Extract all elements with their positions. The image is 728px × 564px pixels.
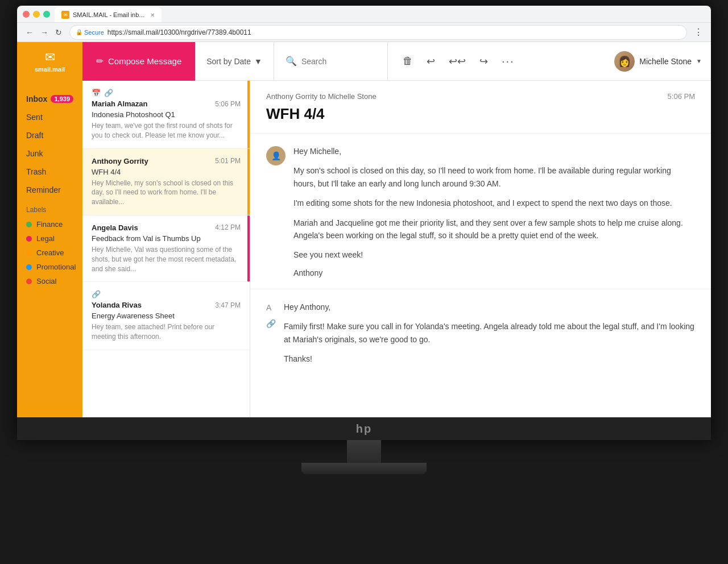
search-input[interactable] — [301, 57, 376, 66]
avatar: 👩 — [614, 51, 635, 72]
reply-button[interactable]: ↩ — [421, 51, 441, 72]
toolbar-actions: 🗑 ↩ ↩↩ ↪ ··· — [388, 42, 605, 81]
email-meta-row: Anthony Gorrity to Michelle Stone 5:06 P… — [266, 92, 695, 101]
email-list: 📅 🔗 Mariah Almazan 5:06 PM Indonesia Pho… — [82, 81, 250, 417]
email-4-header: Yolanda Rivas 3:47 PM — [92, 301, 241, 309]
label-legal[interactable]: Legal — [17, 231, 82, 246]
compose-label: Compose Message — [108, 56, 181, 66]
sort-label: Sort by Date — [206, 57, 251, 66]
email-2-subject: WFH 4/4 — [92, 168, 241, 176]
email-1-header: Mariah Almazan 5:06 PM — [92, 99, 241, 108]
reply-all-button[interactable]: ↩↩ — [443, 51, 471, 72]
email-1-sender: Mariah Almazan — [92, 99, 148, 108]
window-controls — [23, 11, 50, 18]
sidebar-item-reminder[interactable]: Reminder — [17, 181, 82, 199]
promotional-dot — [26, 264, 32, 270]
email-2-header: Anthony Gorrity 5:01 PM — [92, 157, 241, 165]
email-detail-time: 5:06 PM — [668, 92, 695, 101]
email-3-time: 4:12 PM — [215, 223, 241, 231]
email-body-content-1: Hey Michelle, My son's school is closed … — [293, 145, 695, 277]
inbox-badge: 1,939 — [51, 95, 73, 103]
refresh-btn[interactable]: ↻ — [52, 26, 65, 39]
label-social[interactable]: Social — [17, 274, 82, 288]
search-icon: 🔍 — [286, 56, 297, 67]
creative-label: Creative — [36, 248, 64, 257]
social-dot — [26, 279, 32, 284]
tab-bar: ✉ SMAIL.MAIL - Email inb... ✕ — [55, 6, 705, 22]
trash-label: Trash — [26, 167, 46, 176]
link-icon-4: 🔗 — [92, 290, 101, 298]
body-signature: Anthony — [293, 268, 695, 277]
address-bar[interactable]: 🔒 Secure https://smail.mail/10300/nrgdri… — [69, 25, 687, 40]
maximize-window-btn[interactable] — [43, 11, 50, 18]
reply-para-0: Hey Anthony, — [284, 301, 695, 313]
nav-buttons: ← → ↻ — [23, 26, 65, 39]
brand-icon: ✉ — [45, 50, 55, 65]
body-para-4: See you next week! — [293, 248, 695, 261]
promotional-label: Promotional — [36, 263, 76, 271]
avatar-image: 👩 — [614, 51, 635, 72]
browser-chrome: ✉ SMAIL.MAIL - Email inb... ✕ — [17, 6, 711, 23]
back-btn[interactable]: ← — [23, 26, 36, 39]
email-detail: Anthony Gorrity to Michelle Stone 5:06 P… — [250, 81, 711, 417]
email-detail-header: Anthony Gorrity to Michelle Stone 5:06 P… — [250, 81, 711, 134]
forward-email-button[interactable]: ↪ — [474, 51, 494, 72]
reply-icon-a[interactable]: A — [266, 303, 276, 312]
email-3-preview: Hey Michelle, Val was questioning some o… — [92, 245, 241, 273]
address-bar-row: ← → ↻ 🔒 Secure https://smail.mail/10300/… — [17, 23, 711, 42]
user-name: Michelle Stone — [639, 57, 692, 66]
compose-button[interactable]: ✏ Compose Message — [82, 42, 195, 81]
email-3-header: Angela Davis 4:12 PM — [92, 223, 241, 232]
draft-label: Draft — [26, 131, 43, 140]
search-bar: 🔍 — [274, 42, 388, 81]
email-3-subject: Feedback from Val is Thumbs Up — [92, 234, 241, 243]
email-2-priority-bar — [247, 149, 250, 215]
delete-button[interactable]: 🗑 — [397, 51, 419, 72]
brand-area: ✉ smail.mail — [17, 42, 82, 81]
brand-name: smail.mail — [35, 66, 65, 73]
finance-dot — [26, 222, 32, 227]
sidebar-item-sent[interactable]: Sent — [17, 108, 82, 126]
sidebar-item-draft[interactable]: Draft — [17, 126, 82, 144]
body-para-2: I'm editing some shots for the new Indon… — [293, 197, 695, 209]
email-item-4[interactable]: 🔗 Yolanda Rivas 3:47 PM Energy Awareness… — [82, 282, 250, 350]
sidebar-item-junk[interactable]: Junk — [17, 144, 82, 163]
browser-menu-btn[interactable]: ⋮ — [692, 24, 705, 40]
email-3-sender: Angela Davis — [92, 223, 138, 232]
label-creative[interactable]: Creative — [17, 246, 82, 260]
user-area[interactable]: 👩 Michelle Stone ▼ — [605, 51, 711, 72]
reply-link-icon[interactable]: 🔗 — [266, 319, 276, 328]
email-item-2[interactable]: Anthony Gorrity 5:01 PM WFH 4/4 Hey Mich… — [82, 149, 250, 215]
secure-label: Secure — [84, 29, 104, 36]
email-item-1[interactable]: 📅 🔗 Mariah Almazan 5:06 PM Indonesia Pho… — [82, 81, 250, 149]
sort-arrow-icon: ▼ — [254, 57, 262, 66]
sidebar-item-trash[interactable]: Trash — [17, 163, 82, 181]
email-1-time: 5:06 PM — [215, 100, 241, 108]
label-promotional[interactable]: Promotional — [17, 260, 82, 274]
more-options-button[interactable]: ··· — [496, 50, 520, 72]
reminder-label: Reminder — [26, 185, 61, 194]
browser-tab[interactable]: ✉ SMAIL.MAIL - Email inb... ✕ — [55, 7, 162, 22]
tab-close-btn[interactable]: ✕ — [150, 12, 155, 18]
label-finance[interactable]: Finance — [17, 217, 82, 231]
sidebar-item-inbox[interactable]: Inbox 1,939 — [17, 90, 82, 108]
close-window-btn[interactable] — [23, 11, 30, 18]
hp-logo-bar: hp — [17, 417, 711, 440]
creative-dot — [26, 250, 32, 256]
email-item-3[interactable]: Angela Davis 4:12 PM Feedback from Val i… — [82, 215, 250, 282]
email-3-priority-bar — [247, 215, 250, 281]
sort-by-date-button[interactable]: Sort by Date ▼ — [195, 42, 274, 81]
body-para-1: My son's school is closed on this day, s… — [293, 164, 695, 190]
email-4-icons: 🔗 — [92, 290, 241, 298]
link-icon-1: 🔗 — [104, 89, 113, 97]
email-4-sender: Yolanda Rivas — [92, 301, 142, 309]
minimize-window-btn[interactable] — [33, 11, 40, 18]
body-para-3: Mariah and Jacqueline got me their prior… — [293, 217, 695, 242]
email-1-preview: Hey team, we've got the first round of s… — [92, 121, 241, 140]
social-label: Social — [36, 277, 56, 285]
tab-favicon: ✉ — [61, 11, 69, 19]
finance-label: Finance — [36, 220, 63, 229]
forward-btn[interactable]: → — [38, 26, 51, 39]
calendar-icon: 📅 — [92, 89, 101, 97]
reply-para-1: Family first! Make sure you call in for … — [284, 320, 695, 346]
